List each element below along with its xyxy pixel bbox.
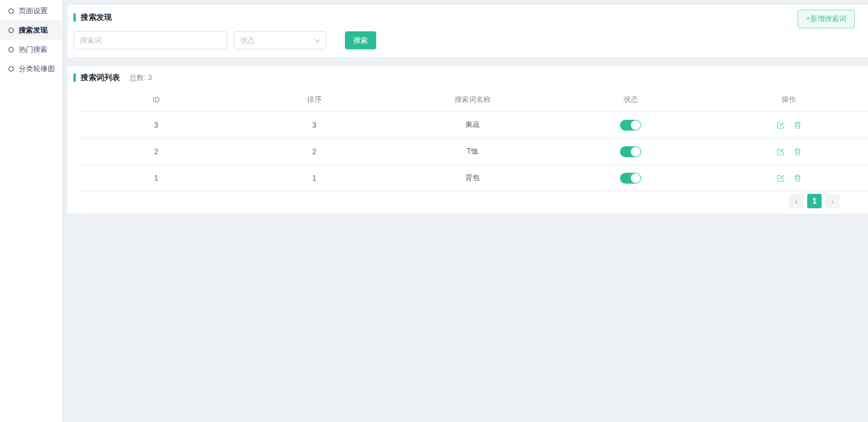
search-word-table: ID 排序 搜索词名称 状态 操作 3 3 果蔬 [77,88,868,191]
column-header-ops: 操作 [710,95,868,105]
cell-operations [710,147,868,156]
sidebar-item-label: 搜索发现 [19,25,48,36]
cell-name: 背包 [394,173,552,183]
status-select-placeholder: 状态 [240,36,255,46]
cell-sort: 2 [235,147,394,156]
cell-status [551,120,710,131]
keyword-input[interactable] [73,31,228,49]
trash-icon [793,147,802,156]
sidebar-item-label: 热门搜索 [19,45,48,55]
column-header-name: 搜索词名称 [394,95,552,105]
sidebar-item-hot-search[interactable]: 热门搜索 [0,40,63,59]
sidebar-item-page-settings[interactable]: 页面设置 [0,1,63,20]
page-number-button[interactable]: 1 [807,194,822,208]
cell-operations [710,121,868,129]
prev-page-button[interactable]: ‹ [789,194,804,208]
total-count-label: 总数: 3 [129,73,152,83]
status-toggle[interactable] [620,146,641,157]
sidebar-item-label: 页面设置 [19,6,48,16]
circle-icon [8,8,14,14]
circle-icon [8,28,14,33]
edit-button[interactable] [777,174,785,182]
column-header-status: 状态 [551,95,710,105]
delete-button[interactable] [793,174,802,182]
add-search-word-button[interactable]: +新增搜索词 [798,10,855,28]
main-content: 搜索发现 状态 搜索 +新增搜索词 搜索词列表 总数: 3 ID [63,0,868,422]
search-panel-title: 搜索发现 [73,12,862,23]
list-panel-title: 搜索词列表 总数: 3 [67,72,868,83]
table-header-row: ID 排序 搜索词名称 状态 操作 [77,88,868,112]
cell-operations [710,174,868,182]
next-page-button[interactable]: › [825,194,840,208]
trash-icon [793,121,802,129]
sidebar-item-search-discovery[interactable]: 搜索发现 [0,20,63,40]
trash-icon [793,174,802,182]
filter-form: 状态 搜索 [73,31,862,49]
search-panel: 搜索发现 状态 搜索 +新增搜索词 [67,5,868,57]
status-toggle[interactable] [620,173,641,184]
app-root: 页面设置 搜索发现 热门搜索 分类轮播图 搜索发现 状态 [0,0,868,422]
edit-icon [777,174,785,182]
delete-button[interactable] [793,121,802,129]
edit-icon [777,121,785,129]
title-accent-bar [73,73,76,82]
edit-button[interactable] [777,147,785,156]
cell-status [551,146,710,157]
cell-name: 果蔬 [394,120,552,130]
circle-icon [8,47,14,52]
edit-icon [777,147,785,156]
chevron-down-icon [315,36,321,42]
circle-icon [8,66,14,72]
cell-id: 1 [77,174,235,182]
cell-id: 2 [77,147,235,156]
column-header-id: ID [77,96,235,104]
cell-id: 3 [77,121,235,129]
pagination: ‹ 1 › [789,194,840,208]
column-header-sort: 排序 [235,95,394,105]
delete-button[interactable] [793,147,802,156]
table-row: 2 2 T恤 [77,138,868,165]
list-title: 搜索词列表 [81,72,120,83]
search-word-list-panel: 搜索词列表 总数: 3 ID 排序 搜索词名称 状态 操作 3 3 果蔬 [67,66,868,214]
sidebar-item-label: 分类轮播图 [19,64,55,74]
status-toggle[interactable] [620,120,641,131]
cell-sort: 1 [235,174,394,182]
cell-status [551,173,710,184]
table-row: 3 3 果蔬 [77,112,868,138]
title-accent-bar [73,13,76,22]
edit-button[interactable] [777,121,785,129]
sidebar-item-category-carousel[interactable]: 分类轮播图 [0,59,63,78]
table-row: 1 1 背包 [77,165,868,191]
sidebar: 页面设置 搜索发现 热门搜索 分类轮播图 [0,0,63,422]
status-select[interactable]: 状态 [234,31,326,49]
cell-name: T恤 [394,146,552,157]
search-button[interactable]: 搜索 [345,31,376,49]
page-title: 搜索发现 [81,12,112,23]
cell-sort: 3 [235,121,394,129]
